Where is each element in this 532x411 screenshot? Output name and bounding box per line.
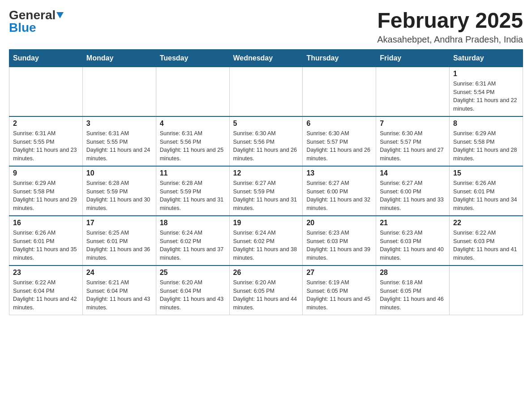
day-info: Sunrise: 6:23 AMSunset: 6:03 PMDaylight:… [306,229,372,262]
calendar-header-sunday: Sunday [9,49,83,67]
calendar-cell: 19Sunrise: 6:24 AMSunset: 6:02 PMDayligh… [229,216,303,265]
calendar-cell: 15Sunrise: 6:26 AMSunset: 6:01 PMDayligh… [450,166,523,216]
day-number: 9 [13,169,79,177]
day-info: Sunrise: 6:20 AMSunset: 6:04 PMDaylight:… [160,278,226,312]
calendar-cell: 27Sunrise: 6:19 AMSunset: 6:05 PMDayligh… [303,265,376,315]
day-number: 3 [86,120,152,128]
day-info: Sunrise: 6:24 AMSunset: 6:02 PMDaylight:… [160,229,226,262]
calendar-header-monday: Monday [82,49,156,67]
day-info: Sunrise: 6:31 AMSunset: 5:54 PMDaylight:… [453,80,519,113]
calendar-week-row: 16Sunrise: 6:26 AMSunset: 6:01 PMDayligh… [9,216,523,265]
calendar-cell: 28Sunrise: 6:18 AMSunset: 6:05 PMDayligh… [376,265,450,315]
day-info: Sunrise: 6:23 AMSunset: 6:03 PMDaylight:… [380,229,446,262]
day-number: 6 [306,120,372,128]
calendar-cell [376,67,450,116]
day-info: Sunrise: 6:18 AMSunset: 6:05 PMDaylight:… [380,278,446,312]
calendar-cell: 22Sunrise: 6:22 AMSunset: 6:03 PMDayligh… [450,216,523,265]
day-number: 10 [86,169,152,177]
calendar-cell: 21Sunrise: 6:23 AMSunset: 6:03 PMDayligh… [376,216,450,265]
day-info: Sunrise: 6:25 AMSunset: 6:01 PMDaylight:… [86,229,152,262]
logo-general-text: General [9,9,56,21]
day-info: Sunrise: 6:19 AMSunset: 6:05 PMDaylight:… [306,278,372,312]
day-number: 19 [233,219,299,227]
day-info: Sunrise: 6:31 AMSunset: 5:55 PMDaylight:… [13,129,79,163]
day-number: 1 [453,70,519,78]
day-info: Sunrise: 6:27 AMSunset: 5:59 PMDaylight:… [233,179,299,213]
calendar-cell: 2Sunrise: 6:31 AMSunset: 5:55 PMDaylight… [9,116,83,166]
calendar-week-row: 23Sunrise: 6:22 AMSunset: 6:04 PMDayligh… [9,265,523,315]
day-info: Sunrise: 6:30 AMSunset: 5:57 PMDaylight:… [306,129,372,163]
day-number: 25 [160,269,226,277]
day-info: Sunrise: 6:27 AMSunset: 6:00 PMDaylight:… [306,179,372,213]
calendar-cell: 1Sunrise: 6:31 AMSunset: 5:54 PMDaylight… [450,67,523,116]
day-number: 13 [306,169,372,177]
day-info: Sunrise: 6:31 AMSunset: 5:56 PMDaylight:… [160,129,226,163]
calendar-cell: 14Sunrise: 6:27 AMSunset: 6:00 PMDayligh… [376,166,450,216]
calendar-cell: 6Sunrise: 6:30 AMSunset: 5:57 PMDaylight… [303,116,376,166]
calendar-header-saturday: Saturday [450,49,523,67]
calendar-cell: 17Sunrise: 6:25 AMSunset: 6:01 PMDayligh… [82,216,156,265]
day-number: 27 [306,269,372,277]
calendar-cell: 23Sunrise: 6:22 AMSunset: 6:04 PMDayligh… [9,265,83,315]
day-number: 28 [380,269,446,277]
calendar-table: SundayMondayTuesdayWednesdayThursdayFrid… [9,49,523,315]
calendar-cell [156,67,229,116]
calendar-cell: 5Sunrise: 6:30 AMSunset: 5:56 PMDaylight… [229,116,303,166]
calendar-cell: 26Sunrise: 6:20 AMSunset: 6:05 PMDayligh… [229,265,303,315]
day-number: 12 [233,169,299,177]
day-info: Sunrise: 6:22 AMSunset: 6:03 PMDaylight:… [453,229,519,262]
calendar-cell [450,265,523,315]
day-info: Sunrise: 6:26 AMSunset: 6:01 PMDaylight:… [13,229,79,262]
calendar-week-row: 2Sunrise: 6:31 AMSunset: 5:55 PMDaylight… [9,116,523,166]
calendar-cell: 10Sunrise: 6:28 AMSunset: 5:59 PMDayligh… [82,166,156,216]
calendar-cell: 20Sunrise: 6:23 AMSunset: 6:03 PMDayligh… [303,216,376,265]
title-block: February 2025 Akasahebpet, Andhra Prades… [377,9,523,45]
day-number: 22 [453,219,519,227]
day-info: Sunrise: 6:28 AMSunset: 5:59 PMDaylight:… [160,179,226,213]
calendar-header-wednesday: Wednesday [229,49,303,67]
calendar-header-thursday: Thursday [303,49,376,67]
calendar-cell: 16Sunrise: 6:26 AMSunset: 6:01 PMDayligh… [9,216,83,265]
calendar-cell: 25Sunrise: 6:20 AMSunset: 6:04 PMDayligh… [156,265,229,315]
calendar-cell: 9Sunrise: 6:29 AMSunset: 5:58 PMDaylight… [9,166,83,216]
day-number: 8 [453,120,519,128]
page-header: General Blue February 2025 Akasahebpet, … [9,9,523,45]
day-info: Sunrise: 6:22 AMSunset: 6:04 PMDaylight:… [13,278,79,312]
calendar-header-friday: Friday [376,49,450,67]
day-info: Sunrise: 6:28 AMSunset: 5:59 PMDaylight:… [86,179,152,213]
day-number: 21 [380,219,446,227]
calendar-header-row: SundayMondayTuesdayWednesdayThursdayFrid… [9,49,523,67]
calendar-cell: 4Sunrise: 6:31 AMSunset: 5:56 PMDaylight… [156,116,229,166]
calendar-cell: 13Sunrise: 6:27 AMSunset: 6:00 PMDayligh… [303,166,376,216]
calendar-week-row: 9Sunrise: 6:29 AMSunset: 5:58 PMDaylight… [9,166,523,216]
day-info: Sunrise: 6:27 AMSunset: 6:00 PMDaylight:… [380,179,446,213]
day-number: 26 [233,269,299,277]
day-number: 11 [160,169,226,177]
day-number: 23 [13,269,79,277]
calendar-cell [9,67,83,116]
month-title: February 2025 [377,9,523,33]
calendar-week-row: 1Sunrise: 6:31 AMSunset: 5:54 PMDaylight… [9,67,523,116]
day-info: Sunrise: 6:29 AMSunset: 5:58 PMDaylight:… [453,129,519,163]
location-text: Akasahebpet, Andhra Pradesh, India [377,34,523,45]
day-info: Sunrise: 6:30 AMSunset: 5:57 PMDaylight:… [380,129,446,163]
day-info: Sunrise: 6:30 AMSunset: 5:56 PMDaylight:… [233,129,299,163]
calendar-cell [82,67,156,116]
day-info: Sunrise: 6:24 AMSunset: 6:02 PMDaylight:… [233,229,299,262]
day-number: 14 [380,169,446,177]
logo: General Blue [9,9,64,34]
calendar-cell: 11Sunrise: 6:28 AMSunset: 5:59 PMDayligh… [156,166,229,216]
calendar-cell: 18Sunrise: 6:24 AMSunset: 6:02 PMDayligh… [156,216,229,265]
calendar-header-tuesday: Tuesday [156,49,229,67]
day-number: 15 [453,169,519,177]
day-number: 17 [86,219,152,227]
calendar-cell: 7Sunrise: 6:30 AMSunset: 5:57 PMDaylight… [376,116,450,166]
calendar-cell: 12Sunrise: 6:27 AMSunset: 5:59 PMDayligh… [229,166,303,216]
logo-triangle-icon [56,12,64,18]
day-info: Sunrise: 6:21 AMSunset: 6:04 PMDaylight:… [86,278,152,312]
day-number: 24 [86,269,152,277]
day-number: 4 [160,120,226,128]
day-number: 16 [13,219,79,227]
day-number: 2 [13,120,79,128]
day-number: 5 [233,120,299,128]
